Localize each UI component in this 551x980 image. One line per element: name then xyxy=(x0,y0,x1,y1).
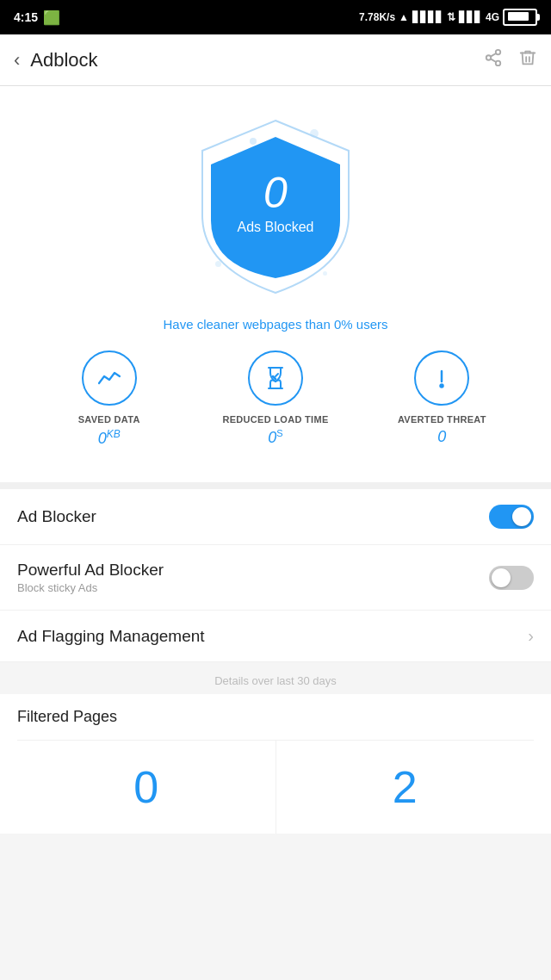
cleaner-text: Have cleaner webpages than 0% users xyxy=(163,317,387,332)
status-bar: 4:15 🟩 7.78K/s ▲ ▋▋▋▋ ⇅ ▋▋▋ 4G xyxy=(0,0,551,34)
reduced-load-title: REDUCED LOAD TIME xyxy=(222,414,328,425)
powerful-ad-blocker-toggle-knob xyxy=(492,568,511,587)
saved-data-icon xyxy=(82,350,137,406)
filtered-numbers-row: 0 2 xyxy=(17,740,534,834)
cleaner-percent: 0% xyxy=(334,317,353,332)
network-type: 4G xyxy=(486,11,499,23)
powerful-ad-blocker-row: Powerful Ad Blocker Block sticky Ads xyxy=(0,545,551,611)
app-icon: 🟩 xyxy=(43,9,60,26)
wifi-icon: ▲ xyxy=(399,11,409,23)
powerful-ad-blocker-title: Powerful Ad Blocker xyxy=(17,561,489,580)
saved-data-title: SAVED DATA xyxy=(78,414,140,425)
delete-icon[interactable] xyxy=(518,48,537,72)
stat-saved-data: SAVED DATA 0KB xyxy=(26,350,192,448)
ad-flagging-row[interactable]: Ad Flagging Management › xyxy=(0,611,551,662)
svg-line-4 xyxy=(491,53,496,56)
shield-wrapper: 0 Ads Blocked xyxy=(181,112,370,301)
ad-flagging-info: Ad Flagging Management xyxy=(17,627,528,646)
stat-averted-threat: AVERTED THREAT 0 xyxy=(359,350,525,448)
page-title: Adblock xyxy=(30,49,484,71)
svg-line-10 xyxy=(276,374,278,376)
header-actions xyxy=(484,48,537,72)
filtered-number-2: 2 xyxy=(276,741,535,834)
averted-threat-icon xyxy=(414,350,469,406)
ad-blocker-info: Ad Blocker xyxy=(17,507,489,526)
status-time-area: 4:15 🟩 xyxy=(14,9,60,26)
reduced-load-value: 0S xyxy=(268,428,282,447)
averted-threat-title: AVERTED THREAT xyxy=(398,414,486,425)
settings-section: Ad Blocker Powerful Ad Blocker Block sti… xyxy=(0,489,551,662)
shield-inner: 0 Ads Blocked xyxy=(202,130,349,283)
svg-line-3 xyxy=(491,59,496,62)
averted-threat-value: 0 xyxy=(437,428,446,446)
cleaner-suffix: users xyxy=(353,317,388,332)
saved-data-value: 0KB xyxy=(98,428,121,448)
app-header: ‹ Adblock xyxy=(0,34,551,86)
share-icon[interactable] xyxy=(484,48,503,72)
signal-bars-icon: ▋▋▋▋ xyxy=(412,11,443,23)
details-label: Details over last 30 days xyxy=(0,662,551,694)
ad-blocker-toggle[interactable] xyxy=(489,505,534,529)
filtered-pages-title: Filtered Pages xyxy=(17,708,534,726)
svg-point-12 xyxy=(441,385,443,388)
cleaner-prefix: Have cleaner webpages than xyxy=(163,317,333,332)
ad-flagging-arrow: › xyxy=(528,626,534,646)
powerful-ad-blocker-subtitle: Block sticky Ads xyxy=(17,581,489,594)
signal-2-icon: ⇅ xyxy=(447,11,455,23)
ad-blocker-title: Ad Blocker xyxy=(17,507,489,526)
stats-row: SAVED DATA 0KB REDUCED LOAD TIME 0S xyxy=(17,350,534,448)
section-divider-1 xyxy=(0,482,551,489)
time: 4:15 xyxy=(14,10,38,24)
svg-text:0: 0 xyxy=(263,169,288,217)
shield-section: 0 Ads Blocked Have cleaner webpages than… xyxy=(0,86,551,482)
shield-blue-svg: 0 Ads Blocked xyxy=(202,130,349,283)
powerful-ad-blocker-info: Powerful Ad Blocker Block sticky Ads xyxy=(17,561,489,594)
back-button[interactable]: ‹ xyxy=(14,49,20,71)
svg-text:Ads Blocked: Ads Blocked xyxy=(238,220,314,234)
signal-3-icon: ▋▋▋ xyxy=(459,11,482,23)
filtered-number-1: 0 xyxy=(17,741,276,834)
network-speed: 7.78K/s xyxy=(359,11,395,23)
reduced-load-icon xyxy=(248,350,303,406)
powerful-ad-blocker-toggle[interactable] xyxy=(489,566,534,590)
ad-flagging-title: Ad Flagging Management xyxy=(17,627,528,646)
status-indicators: 7.78K/s ▲ ▋▋▋▋ ⇅ ▋▋▋ 4G xyxy=(359,9,537,26)
ad-blocker-toggle-knob xyxy=(512,507,531,526)
filtered-pages-section: Filtered Pages 0 2 xyxy=(0,694,551,834)
stat-reduced-load: REDUCED LOAD TIME 0S xyxy=(192,350,358,448)
ad-blocker-row: Ad Blocker xyxy=(0,489,551,545)
battery-icon xyxy=(503,9,537,26)
